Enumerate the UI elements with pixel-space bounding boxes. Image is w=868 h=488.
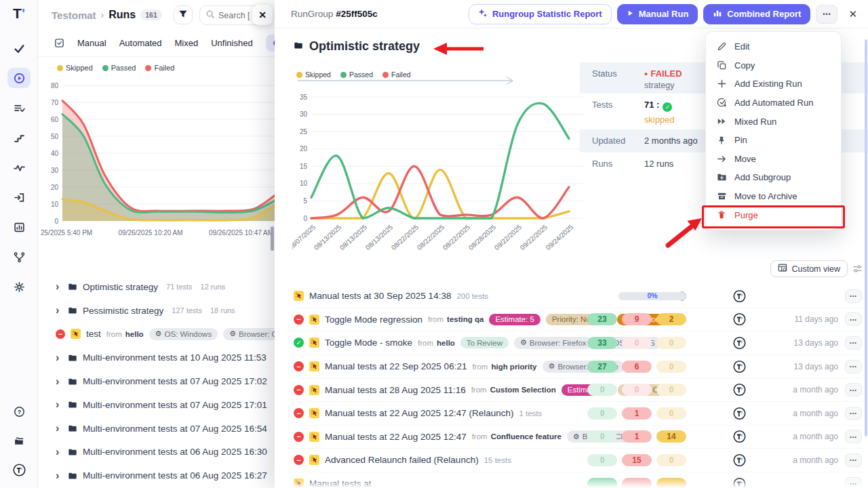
menu-item-add-existing-run[interactable]: Add Existing Run bbox=[706, 75, 841, 94]
list-item[interactable]: ›Optimistic strategy71 tests12 runs bbox=[38, 275, 275, 299]
folder-icon bbox=[68, 377, 77, 386]
chevron-right-icon[interactable]: › bbox=[56, 352, 62, 363]
menu-item-copy[interactable]: Copy bbox=[706, 56, 841, 75]
more-actions-button[interactable]: ••• bbox=[816, 5, 837, 24]
right-scrollbar[interactable] bbox=[865, 39, 867, 436]
sidebar-item-help[interactable]: ? bbox=[7, 401, 31, 422]
close-panel-button[interactable]: ✕ bbox=[848, 8, 857, 20]
run-row[interactable]: −Manual tests at 22 Sep 2025 06:21fromhi… bbox=[290, 355, 864, 379]
tab-automated[interactable]: Automated bbox=[119, 38, 162, 48]
env-badge: ⚙Browser: Chrome bbox=[223, 328, 275, 340]
sidebar-item-check[interactable] bbox=[7, 38, 31, 58]
run-row[interactable]: −Manual tests at 28 Aug 2025 11:16fromCu… bbox=[290, 378, 864, 402]
chevron-right-icon[interactable]: › bbox=[56, 376, 62, 387]
filter-button[interactable] bbox=[174, 5, 193, 24]
funnel-icon bbox=[178, 9, 188, 21]
combined-report-button[interactable]: Combined Report bbox=[703, 4, 810, 24]
group-label: Multi-environment tests at 06 Aug 2025 1… bbox=[83, 447, 267, 457]
list-item[interactable]: ›Multi-environment tests at 07 Aug 2025 … bbox=[38, 417, 275, 441]
app-logo[interactable]: T' bbox=[0, 5, 38, 22]
pin-icon bbox=[716, 136, 727, 145]
runs-count-badge: 161 bbox=[140, 9, 162, 20]
run-row[interactable]: −Toggle Mode regressionfromtesting qaEst… bbox=[290, 308, 864, 332]
run-row[interactable]: ✓Toggle Mode - smokefromhelloTo Review⚙B… bbox=[290, 331, 864, 355]
chevron-right-icon[interactable]: › bbox=[56, 447, 62, 458]
row-more-button[interactable]: ••• bbox=[845, 336, 862, 350]
bar-chart-icon bbox=[713, 8, 722, 20]
chevron-right-icon[interactable]: › bbox=[56, 281, 62, 292]
plus-icon bbox=[716, 79, 727, 89]
row-more-button[interactable]: ••• bbox=[845, 383, 862, 396]
view-settings-icon[interactable] bbox=[852, 264, 863, 277]
trash-icon bbox=[716, 210, 727, 220]
run-row[interactable]: −Manual tests at 22 Aug 2025 12:47 (Rela… bbox=[290, 402, 864, 426]
list-item[interactable]: ›Multi-environment tests at 10 Aug 2025 … bbox=[38, 346, 275, 369]
list-item[interactable]: ›Multi-environment tests at 07 Aug 2025 … bbox=[38, 393, 275, 417]
menu-item-edit[interactable]: Edit bbox=[706, 37, 841, 56]
result-counts: 2760 bbox=[587, 361, 686, 373]
from-label: from bbox=[106, 330, 122, 338]
list-item[interactable]: ›Multi-environment tests at 07 Aug 2025 … bbox=[38, 369, 275, 393]
left-scrollbar[interactable] bbox=[271, 226, 274, 251]
list-item[interactable]: ›Pessimistic strategy127 tests18 runs bbox=[38, 299, 275, 323]
run-row[interactable]: −Advanced Relaunch failed (Relaunch)15 t… bbox=[290, 449, 864, 472]
sidebar-item-login[interactable] bbox=[7, 187, 31, 207]
skipped-label: skipped bbox=[644, 115, 675, 125]
sidebar-item-list-check[interactable] bbox=[7, 98, 31, 118]
checklist-icon[interactable] bbox=[54, 38, 64, 48]
rungroup-panel: RunGroup#25ff505c Rungroup Statistic Rep… bbox=[275, 0, 868, 488]
sidebar-item-branch[interactable] bbox=[7, 247, 31, 267]
breadcrumb-app[interactable]: Testomat bbox=[52, 9, 96, 21]
tests-count: 127 tests bbox=[172, 306, 202, 314]
row-more-button[interactable]: ••• bbox=[845, 289, 862, 303]
menu-item-pin[interactable]: Pin bbox=[706, 131, 841, 150]
tab-manual[interactable]: Manual bbox=[77, 38, 106, 48]
statistic-report-button[interactable]: Rungroup Statistic Report bbox=[469, 4, 612, 24]
menu-item-add-automated-run[interactable]: Add Automated Run bbox=[706, 94, 841, 113]
chevron-right-icon[interactable]: › bbox=[56, 305, 62, 316]
menu-item-move-to-archive[interactable]: Move to Archive bbox=[706, 187, 841, 206]
sidebar-item-gear[interactable] bbox=[7, 277, 31, 297]
svg-text:0: 0 bbox=[303, 215, 307, 222]
svg-text:80: 80 bbox=[51, 82, 59, 89]
tab-unfinished[interactable]: Unfinished bbox=[211, 38, 252, 48]
run-title: Advanced Relaunch failed (Relaunch) bbox=[325, 455, 479, 465]
menu-item-add-subgroup[interactable]: Add Subgroup bbox=[706, 168, 841, 187]
sidebar-item-play-circle[interactable] bbox=[7, 68, 31, 88]
svg-text:08/13/2025: 08/13/2025 bbox=[364, 223, 395, 251]
menu-item-label: Add Existing Run bbox=[734, 79, 802, 89]
run-row[interactable]: Manual tests at 30 Sep 2025 14:38200 tes… bbox=[290, 285, 864, 308]
run-title: Toggle Mode - smoke bbox=[325, 338, 412, 348]
row-more-button[interactable]: ••• bbox=[845, 407, 862, 420]
list-item[interactable]: −testfromhello⚙OS: Windows⚙Browser: Chro… bbox=[38, 323, 275, 346]
menu-item-mixed-run[interactable]: Mixed Run bbox=[706, 112, 841, 131]
test-label: test bbox=[86, 329, 101, 339]
chevron-right-icon[interactable]: › bbox=[56, 423, 62, 434]
menu-item-purge[interactable]: Purge bbox=[706, 205, 841, 224]
chevron-right-icon[interactable]: › bbox=[56, 470, 62, 481]
row-more-button[interactable]: ••• bbox=[845, 453, 862, 467]
custom-view-button[interactable]: Custom view bbox=[770, 260, 848, 277]
passed-count: 0 bbox=[587, 407, 617, 420]
run-row[interactable]: −Manual tests at 22 Aug 2025 12:47fromCo… bbox=[290, 426, 864, 449]
estimate-badge: Estimate: 5 bbox=[489, 314, 540, 325]
avatar bbox=[733, 384, 746, 396]
result-counts: 0114 bbox=[587, 430, 686, 443]
manual-run-button[interactable]: Manual Run bbox=[617, 4, 698, 24]
menu-item-move[interactable]: Move bbox=[706, 150, 841, 169]
row-more-button[interactable]: ••• bbox=[845, 360, 862, 373]
tab-g[interactable]: G bbox=[266, 35, 275, 52]
sidebar-item-steps[interactable] bbox=[7, 127, 31, 148]
row-more-button[interactable]: ••• bbox=[845, 430, 862, 443]
sidebar-item-pulse[interactable] bbox=[7, 157, 31, 178]
chevron-right-icon[interactable]: › bbox=[56, 399, 62, 410]
sidebar-item-t-logo[interactable] bbox=[7, 460, 31, 480]
avatar bbox=[733, 289, 746, 302]
list-item[interactable]: ›Multi-environment tests at 06 Aug 2025 … bbox=[38, 441, 275, 464]
sidebar-item-report[interactable] bbox=[7, 217, 31, 237]
row-more-button[interactable]: ••• bbox=[845, 312, 862, 326]
sidebar-item-folders[interactable] bbox=[7, 430, 31, 451]
env-badge: ⚙Browser: Firefox bbox=[514, 337, 593, 349]
tab-mixed[interactable]: Mixed bbox=[175, 38, 199, 48]
close-search-button[interactable]: ✕ bbox=[252, 5, 273, 25]
